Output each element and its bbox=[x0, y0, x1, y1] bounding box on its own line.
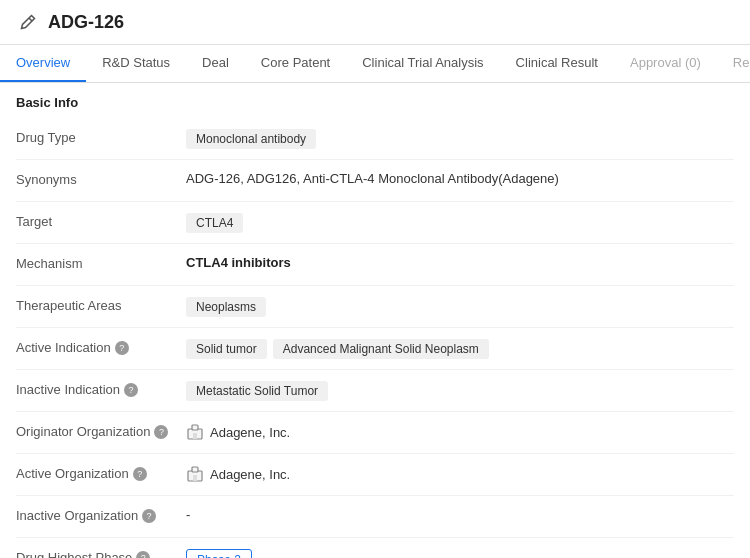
label-inactive-indication: Inactive Indication ? bbox=[16, 380, 186, 397]
value-inactive-organization: - bbox=[186, 506, 734, 522]
tab-clinical-result[interactable]: Clinical Result bbox=[500, 45, 614, 82]
label-target: Target bbox=[16, 212, 186, 229]
row-inactive-indication: Inactive Indication ? Metastatic Solid T… bbox=[16, 370, 734, 412]
svg-line-0 bbox=[29, 18, 32, 21]
row-mechanism: Mechanism CTLA4 inhibitors bbox=[16, 244, 734, 286]
row-drug-type: Drug Type Monoclonal antibody bbox=[16, 118, 734, 160]
tab-regulation: Regulation (0) bbox=[717, 45, 750, 82]
value-target: CTLA4 bbox=[186, 212, 734, 233]
value-therapeutic-areas: Neoplasms bbox=[186, 296, 734, 317]
mechanism-text: CTLA4 inhibitors bbox=[186, 255, 291, 270]
svg-rect-2 bbox=[192, 425, 198, 430]
originator-org-value: Adagene, Inc. bbox=[186, 423, 290, 441]
svg-rect-6 bbox=[193, 475, 197, 481]
label-mechanism: Mechanism bbox=[16, 254, 186, 271]
tab-overview[interactable]: Overview bbox=[0, 45, 86, 82]
active-org-name[interactable]: Adagene, Inc. bbox=[210, 467, 290, 482]
row-target: Target CTLA4 bbox=[16, 202, 734, 244]
tab-clinical-trial-analysis[interactable]: Clinical Trial Analysis bbox=[346, 45, 499, 82]
value-originator-organization: Adagene, Inc. bbox=[186, 422, 734, 441]
tab-rd-status[interactable]: R&D Status bbox=[86, 45, 186, 82]
help-icon-active-organization[interactable]: ? bbox=[133, 467, 147, 481]
drug-icon bbox=[16, 10, 40, 34]
row-synonyms: Synonyms ADG-126, ADG126, Anti-CTLA-4 Mo… bbox=[16, 160, 734, 202]
tag-advanced-malignant-solid-neoplasm[interactable]: Advanced Malignant Solid Neoplasm bbox=[273, 339, 489, 359]
tab-bar: Overview R&D Status Deal Core Patent Cli… bbox=[0, 45, 750, 83]
tag-metastatic-solid-tumor[interactable]: Metastatic Solid Tumor bbox=[186, 381, 328, 401]
org-icon-active bbox=[186, 465, 204, 483]
active-org-value: Adagene, Inc. bbox=[186, 465, 290, 483]
tag-solid-tumor[interactable]: Solid tumor bbox=[186, 339, 267, 359]
content-area: Basic Info Drug Type Monoclonal antibody… bbox=[0, 83, 750, 558]
help-icon-inactive-organization[interactable]: ? bbox=[142, 509, 156, 523]
section-title-basic-info: Basic Info bbox=[16, 83, 734, 118]
tag-monoclonal-antibody[interactable]: Monoclonal antibody bbox=[186, 129, 316, 149]
tab-core-patent[interactable]: Core Patent bbox=[245, 45, 346, 82]
synonyms-text: ADG-126, ADG126, Anti-CTLA-4 Monoclonal … bbox=[186, 171, 559, 186]
help-icon-active-indication[interactable]: ? bbox=[115, 341, 129, 355]
value-mechanism: CTLA4 inhibitors bbox=[186, 254, 734, 270]
value-drug-type: Monoclonal antibody bbox=[186, 128, 734, 149]
inactive-org-dash: - bbox=[186, 507, 190, 522]
value-active-organization: Adagene, Inc. bbox=[186, 464, 734, 483]
originator-org-name[interactable]: Adagene, Inc. bbox=[210, 425, 290, 440]
tag-neoplasms[interactable]: Neoplasms bbox=[186, 297, 266, 317]
svg-rect-5 bbox=[192, 467, 198, 472]
row-active-indication: Active Indication ? Solid tumor Advanced… bbox=[16, 328, 734, 370]
tag-ctla4[interactable]: CTLA4 bbox=[186, 213, 243, 233]
help-icon-inactive-indication[interactable]: ? bbox=[124, 383, 138, 397]
label-synonyms: Synonyms bbox=[16, 170, 186, 187]
org-icon-originator bbox=[186, 423, 204, 441]
svg-rect-3 bbox=[193, 433, 197, 439]
help-icon-originator-organization[interactable]: ? bbox=[154, 425, 168, 439]
value-synonyms: ADG-126, ADG126, Anti-CTLA-4 Monoclonal … bbox=[186, 170, 734, 186]
value-active-indication: Solid tumor Advanced Malignant Solid Neo… bbox=[186, 338, 734, 359]
label-therapeutic-areas: Therapeutic Areas bbox=[16, 296, 186, 313]
page-header: ADG-126 bbox=[0, 0, 750, 45]
row-therapeutic-areas: Therapeutic Areas Neoplasms bbox=[16, 286, 734, 328]
label-originator-organization: Originator Organization ? bbox=[16, 422, 186, 439]
help-icon-drug-highest-phase[interactable]: ? bbox=[136, 551, 150, 559]
label-active-indication: Active Indication ? bbox=[16, 338, 186, 355]
row-drug-highest-phase: Drug Highest Phase ? Phase 2 bbox=[16, 538, 734, 558]
row-active-organization: Active Organization ? Adagene, Inc. bbox=[16, 454, 734, 496]
label-drug-type: Drug Type bbox=[16, 128, 186, 145]
tag-phase-2[interactable]: Phase 2 bbox=[186, 549, 252, 558]
label-active-organization: Active Organization ? bbox=[16, 464, 186, 481]
label-drug-highest-phase: Drug Highest Phase ? bbox=[16, 548, 186, 558]
row-originator-organization: Originator Organization ? Adagene, Inc. bbox=[16, 412, 734, 454]
value-inactive-indication: Metastatic Solid Tumor bbox=[186, 380, 734, 401]
row-inactive-organization: Inactive Organization ? - bbox=[16, 496, 734, 538]
page-title: ADG-126 bbox=[48, 12, 124, 33]
tab-deal[interactable]: Deal bbox=[186, 45, 245, 82]
label-inactive-organization: Inactive Organization ? bbox=[16, 506, 186, 523]
value-drug-highest-phase: Phase 2 bbox=[186, 548, 734, 558]
tab-approval: Approval (0) bbox=[614, 45, 717, 82]
